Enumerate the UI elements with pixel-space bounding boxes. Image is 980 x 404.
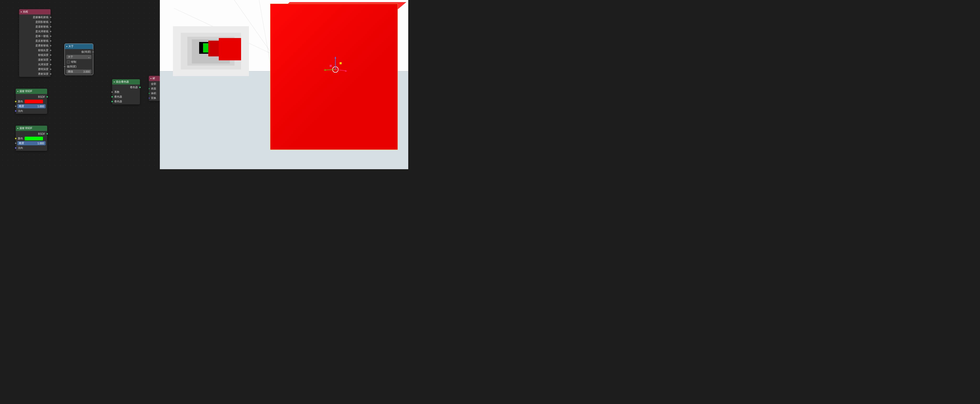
chevron-down-icon: ▾ bbox=[17, 127, 18, 129]
node-title: 混合着色器 bbox=[116, 80, 129, 84]
input-surface[interactable]: 表面 bbox=[149, 86, 160, 91]
node-title: 材 bbox=[153, 77, 155, 80]
node-body: BSDF 颜色 糙度1.000 法向 bbox=[16, 131, 47, 151]
input-value[interactable]: 值(明度) bbox=[65, 64, 93, 69]
node-mix-shader[interactable]: ▾ 混合着色器 着色器 系数 着色器 着色器 bbox=[112, 79, 140, 104]
output-socket[interactable]: 是光泽射线 bbox=[19, 29, 51, 34]
input-volume[interactable]: 体积 bbox=[149, 91, 160, 96]
input-roughness[interactable]: 糙度1.000 bbox=[16, 104, 47, 109]
transform-gizmo[interactable] bbox=[328, 62, 343, 77]
svg-marker-3 bbox=[324, 69, 326, 71]
output-bsdf[interactable]: BSDF bbox=[16, 131, 47, 136]
input-normal[interactable]: 法向 bbox=[16, 109, 47, 113]
chevron-down-icon: ▾ bbox=[17, 90, 18, 93]
input-shader-1[interactable]: 着色器 bbox=[112, 94, 140, 99]
output-socket[interactable]: 是漫射射线 bbox=[19, 24, 51, 29]
output-socket[interactable]: 是摄像机射线 bbox=[19, 15, 51, 20]
chevron-down-icon: ▾ bbox=[66, 45, 67, 48]
mirror-reflection bbox=[173, 26, 249, 76]
node-header[interactable]: ▾ 漫射 BSDF bbox=[16, 89, 47, 94]
node-title: 大于 bbox=[68, 45, 74, 48]
input-displacement[interactable]: 置换 bbox=[149, 96, 160, 101]
color-swatch[interactable] bbox=[25, 100, 43, 103]
output-socket[interactable]: 是单一射线 bbox=[19, 34, 51, 38]
node-light-path[interactable]: ▾ 光程 是摄像机射线 是阴影射线 是漫射射线 是光泽射线 是单一射线 是反射射… bbox=[19, 9, 51, 77]
output-socket[interactable]: 是反射射线 bbox=[19, 38, 51, 43]
node-diffuse-bsdf-2[interactable]: ▾ 漫射 BSDF BSDF 颜色 糙度1.000 法向 bbox=[16, 126, 47, 151]
output-socket[interactable]: 光泽深度 bbox=[19, 62, 51, 67]
chevron-down-icon: ▾ bbox=[21, 11, 22, 13]
gizmo-axes-icon bbox=[320, 54, 351, 85]
output-shader[interactable]: 着色器 bbox=[112, 85, 140, 90]
node-material-output[interactable]: ▾ 材 全部 表面 体积 置换 bbox=[149, 76, 160, 101]
svg-line-2 bbox=[325, 70, 336, 70]
clamp-checkbox[interactable]: 钳制 bbox=[65, 59, 93, 64]
chevron-down-icon: ▾ bbox=[114, 81, 115, 83]
output-socket[interactable]: 透射深度 bbox=[19, 72, 51, 76]
output-socket[interactable]: 射线深度 bbox=[19, 53, 51, 57]
node-body: 全部 表面 体积 置换 bbox=[149, 81, 160, 101]
node-header[interactable]: ▾ 混合着色器 bbox=[112, 79, 140, 85]
chevron-down-icon: ⌄ bbox=[88, 56, 90, 59]
output-socket[interactable]: 是阴影射线 bbox=[19, 20, 51, 24]
app-root: ▾ 光程 是摄像机射线 是阴影射线 是漫射射线 是光泽射线 是单一射线 是反射射… bbox=[0, 0, 408, 169]
color-swatch[interactable] bbox=[25, 137, 43, 141]
output-socket[interactable]: 透明深度 bbox=[19, 67, 51, 72]
node-body: BSDF 颜色 糙度1.000 法向 bbox=[16, 94, 47, 114]
input-normal[interactable]: 法向 bbox=[16, 145, 47, 150]
input-color[interactable]: 颜色 bbox=[16, 136, 47, 141]
output-socket[interactable]: 是透射射线 bbox=[19, 43, 51, 48]
input-roughness[interactable]: 糙度1.000 bbox=[16, 141, 47, 145]
input-color[interactable]: 颜色 bbox=[16, 99, 47, 104]
operation-dropdown[interactable]: 大于⌄ bbox=[66, 55, 91, 59]
node-title: 漫射 BSDF bbox=[19, 89, 32, 93]
chevron-down-icon: ▾ bbox=[150, 77, 151, 80]
output-socket[interactable]: 漫射深度 bbox=[19, 57, 51, 62]
node-title: 光程 bbox=[23, 10, 28, 14]
output-value[interactable]: 值(明度) bbox=[65, 50, 93, 54]
viewport-3d[interactable] bbox=[160, 0, 408, 169]
gizmo-handle-icon bbox=[340, 62, 342, 64]
output-bsdf[interactable]: BSDF bbox=[16, 94, 47, 99]
node-header[interactable]: ▾ 材 bbox=[149, 76, 160, 81]
node-editor[interactable]: ▾ 光程 是摄像机射线 是阴影射线 是漫射射线 是光泽射线 是单一射线 是反射射… bbox=[0, 0, 160, 169]
node-header[interactable]: ▾ 大于 bbox=[65, 44, 93, 49]
output-socket[interactable]: 射线长度 bbox=[19, 48, 51, 53]
svg-marker-5 bbox=[345, 70, 347, 72]
node-header[interactable]: ▾ 光程 bbox=[19, 9, 51, 14]
node-header[interactable]: ▾ 漫射 BSDF bbox=[16, 126, 47, 131]
gizmo-handle-icon bbox=[329, 65, 332, 67]
threshold-field[interactable]: 阈值3.000 bbox=[66, 70, 91, 74]
svg-marker-1 bbox=[335, 56, 336, 59]
node-title: 漫射 BSDF bbox=[19, 126, 32, 130]
node-body: 是摄像机射线 是阴影射线 是漫射射线 是光泽射线 是单一射线 是反射射线 是透射… bbox=[19, 14, 51, 77]
node-body: 着色器 系数 着色器 着色器 bbox=[112, 85, 140, 104]
svg-line-4 bbox=[336, 70, 346, 71]
target-label: 全部 bbox=[149, 81, 160, 86]
node-body: 值(明度) 大于⌄ 钳制 值(明度) 阈值3.000 bbox=[65, 49, 93, 75]
input-fac[interactable]: 系数 bbox=[112, 90, 140, 94]
input-shader-2[interactable]: 着色器 bbox=[112, 99, 140, 104]
node-math-greater[interactable]: ▾ 大于 值(明度) 大于⌄ 钳制 值(明度) 阈值3.000 bbox=[65, 44, 93, 75]
node-diffuse-bsdf-1[interactable]: ▾ 漫射 BSDF BSDF 颜色 糙度1.000 法向 bbox=[16, 89, 47, 114]
